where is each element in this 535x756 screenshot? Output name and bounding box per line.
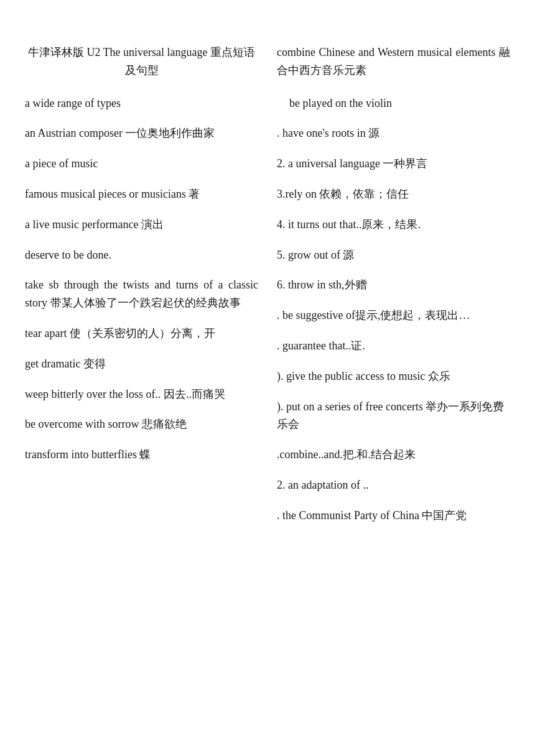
left-item-10: weep bitterly over the loss of.. 因去..而痛哭 <box>25 379 258 410</box>
right-column: combine Chinese and Western musical elem… <box>277 37 510 531</box>
right-item-14: . the Communist Party of China 中国产党 <box>277 500 510 531</box>
right-item-13-text: 2. an adaptation of .. <box>277 479 368 491</box>
left-item-6: deserve to be done. <box>25 240 258 270</box>
right-item-7-text: 6. throw in sth,外赠 <box>277 279 367 291</box>
left-column: 牛津译林版 U2 The universal language 重点短语及句型 … <box>25 37 258 531</box>
right-item-1-text: be played on the violin <box>289 97 392 109</box>
right-item-10-text: ). give the public access to music 众乐 <box>277 370 450 382</box>
left-item-5-text: a live music performance 演出 <box>25 218 164 231</box>
left-item-11-text: be overcome with sorrow 悲痛欲绝 <box>25 418 187 430</box>
right-item-12-text: .combine..and.把.和.结合起来 <box>277 448 416 461</box>
right-header: combine Chinese and Western musical elem… <box>277 37 510 88</box>
right-item-11-text: ). put on a series of free concerts 举办一系… <box>277 400 504 431</box>
right-item-8: . be suggestive of提示,使想起，表现出… <box>277 300 510 331</box>
main-content: 牛津译林版 U2 The universal language 重点短语及句型 … <box>25 37 510 531</box>
left-item-9: get dramatic 变得 <box>25 349 258 379</box>
right-item-4: 3.rely on 依赖，依靠；信任 <box>277 179 510 210</box>
right-item-9-text: . guarantee that..证. <box>277 339 365 352</box>
left-item-2: an Austrian composer 一位奥地利作曲家 <box>25 118 258 149</box>
right-item-13: 2. an adaptation of .. <box>277 470 510 500</box>
left-item-12-text: transform into butterflies 蝶 <box>25 448 151 461</box>
left-item-2-text: an Austrian composer 一位奥地利作曲家 <box>25 127 215 139</box>
left-item-7-text: take sb through the twists and turns of … <box>25 279 258 309</box>
left-item-3-text: a piece of music <box>25 157 98 170</box>
left-item-5: a live music performance 演出 <box>25 210 258 240</box>
right-item-3: 2. a universal language 一种界言 <box>277 149 510 179</box>
left-item-7: take sb through the twists and turns of … <box>25 270 258 318</box>
right-item-10: ). give the public access to music 众乐 <box>277 361 510 392</box>
left-item-3: a piece of music <box>25 149 258 179</box>
right-item-2-text: . have one's roots in 源 <box>277 127 379 139</box>
left-item-1: a wide range of types <box>25 88 258 119</box>
right-item-1: be played on the violin <box>277 88 510 119</box>
right-item-5: 4. it turns out that..原来，结果. <box>277 210 510 240</box>
right-item-8-text: . be suggestive of提示,使想起，表现出… <box>277 309 470 321</box>
left-header-text: 牛津译林版 U2 The universal language 重点短语及句型 <box>28 46 255 76</box>
right-item-3-text: 2. a universal language 一种界言 <box>277 157 427 170</box>
left-item-11: be overcome with sorrow 悲痛欲绝 <box>25 409 258 440</box>
right-item-6: 5. grow out of 源 <box>277 240 510 270</box>
right-item-6-text: 5. grow out of 源 <box>277 249 355 261</box>
right-item-2: . have one's roots in 源 <box>277 118 510 149</box>
right-item-7: 6. throw in sth,外赠 <box>277 270 510 300</box>
left-header: 牛津译林版 U2 The universal language 重点短语及句型 <box>25 37 258 88</box>
left-item-8-text: tear apart 使（关系密切的人）分离，开 <box>25 327 215 339</box>
right-item-14-text: . the Communist Party of China 中国产党 <box>277 509 467 522</box>
right-item-12: .combine..and.把.和.结合起来 <box>277 440 510 470</box>
left-item-10-text: weep bitterly over the loss of.. 因去..而痛哭 <box>25 388 225 400</box>
left-item-4-text: famous musical pieces or musicians 著 <box>25 188 200 200</box>
left-item-8: tear apart 使（关系密切的人）分离，开 <box>25 318 258 349</box>
left-item-1-text: a wide range of types <box>25 97 121 109</box>
right-item-9: . guarantee that..证. <box>277 331 510 361</box>
left-item-6-text: deserve to be done. <box>25 249 111 261</box>
right-item-11: ). put on a series of free concerts 举办一系… <box>277 392 510 440</box>
left-item-9-text: get dramatic 变得 <box>25 357 106 370</box>
right-header-text: combine Chinese and Western musical elem… <box>277 46 510 76</box>
right-item-5-text: 4. it turns out that..原来，结果. <box>277 218 421 231</box>
left-item-12: transform into butterflies 蝶 <box>25 440 258 470</box>
left-item-4: famous musical pieces or musicians 著 <box>25 179 258 210</box>
right-item-4-text: 3.rely on 依赖，依靠；信任 <box>277 188 409 200</box>
